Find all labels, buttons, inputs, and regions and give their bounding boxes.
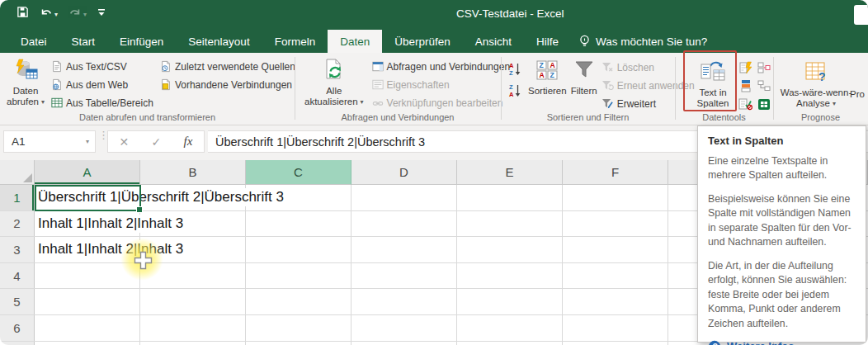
svg-text:?: ? — [712, 342, 717, 345]
blitzvorschau-button[interactable] — [738, 59, 754, 76]
save-icon[interactable] — [17, 6, 29, 18]
group-label: Datentools — [675, 112, 773, 122]
button-label: Aus Text/CSV — [66, 61, 127, 73]
get-data-icon — [13, 59, 38, 82]
title-bar: ▾ ▾ CSV-Testdatei - Excel — [0, 0, 868, 30]
row-header-1[interactable]: 1 — [0, 185, 35, 210]
button-label: aktualisieren — [304, 97, 358, 107]
weitere-infos-link[interactable]: ? Weitere Infos — [708, 340, 856, 345]
data-validation-icon — [738, 97, 753, 111]
properties-icon — [372, 79, 384, 90]
enter-icon[interactable]: ✓ — [152, 135, 162, 149]
zuletzt-verwendete-quellen-button[interactable]: Zuletzt verwendete Quellen — [160, 59, 295, 74]
table-icon — [51, 97, 63, 108]
group-label: Prognose — [773, 112, 868, 122]
tab-start[interactable]: Start — [59, 30, 108, 53]
was-waere-wenn-analyse-button[interactable]: ? Was-wäre-wenn- Analyse▾ — [773, 54, 859, 109]
button-label: Sortieren — [528, 86, 567, 97]
tab-daten[interactable]: Daten — [328, 30, 382, 53]
chevron-down-icon: ▾ — [86, 139, 89, 145]
column-header-b[interactable]: B — [140, 160, 246, 185]
aus-dem-web-button[interactable]: Aus dem Web — [51, 77, 153, 92]
row-header-2[interactable]: 2 — [0, 211, 35, 237]
column-header-c[interactable]: C — [246, 160, 351, 185]
group-prognose: ? Was-wäre-wenn- Analyse▾ Pro Prognose — [773, 53, 868, 125]
button-label: Analyse — [796, 98, 830, 109]
name-box-value: A1 — [12, 135, 26, 148]
abfragen-und-verbindungen-button[interactable]: Abfragen und Verbindungen — [372, 59, 510, 74]
excel-window: ▾ ▾ CSV-Testdatei - Excel Datei Start Ei… — [0, 0, 868, 345]
row-header-3[interactable]: 3 — [0, 237, 35, 262]
konsolidieren-button[interactable] — [756, 59, 772, 76]
datenmodell-verwalten-button[interactable] — [756, 96, 772, 112]
select-all-corner[interactable] — [0, 160, 35, 185]
text-file-icon — [51, 60, 63, 73]
beziehungen-button[interactable] — [756, 78, 772, 94]
formula-buttons: ✕ ✓ fx — [107, 130, 205, 153]
aus-tabelle-bereich-button[interactable]: Aus Tabelle/Bereich — [51, 95, 153, 111]
tab-ansicht[interactable]: Ansicht — [463, 30, 524, 53]
tab-ueberpruefen[interactable]: Überprüfen — [382, 30, 463, 53]
column-header-f[interactable]: F — [563, 160, 668, 185]
verknuepfungen-bearbeiten-button[interactable]: Verknüpfungen bearbeiten — [372, 95, 510, 111]
insert-function-button[interactable]: fx — [184, 135, 193, 149]
tab-datei[interactable]: Datei — [8, 30, 59, 53]
chevron-down-icon: ▾ — [54, 12, 58, 18]
remove-duplicates-icon — [740, 79, 752, 92]
eigenschaften-button[interactable]: Eigenschaften — [372, 77, 510, 92]
link-label: Weitere Infos — [727, 340, 794, 345]
aus-text-csv-button[interactable]: Aus Text/CSV — [51, 59, 153, 74]
undo-button[interactable]: ▾ — [40, 7, 58, 18]
button-label: Verknüpfungen bearbeiten — [387, 97, 503, 109]
tab-hilfe[interactable]: Hilfe — [524, 30, 571, 53]
button-label: Was-wäre-wenn- — [781, 87, 851, 98]
button-label: Erweitert — [617, 98, 656, 110]
edit-links-icon — [372, 97, 384, 108]
button-label: Vorhandene Verbindungen — [175, 79, 292, 91]
tab-seitenlayout[interactable]: Seitenlayout — [176, 30, 262, 53]
column-header-a[interactable]: A — [35, 160, 140, 185]
datenueberpruefung-button[interactable] — [738, 96, 754, 112]
svg-text:A: A — [539, 71, 544, 79]
data-model-icon — [757, 98, 771, 111]
button-label: Aus dem Web — [66, 79, 128, 91]
tooltip-paragraph: Eine einzelne Textspalte in mehrere Spal… — [708, 154, 856, 183]
cancel-icon[interactable]: ✕ — [120, 135, 130, 149]
row-header-6[interactable]: 6 — [0, 315, 35, 341]
column-header-e[interactable]: E — [457, 160, 563, 185]
column-header-d[interactable]: D — [351, 160, 457, 185]
cell-a3-text: Inhalt 1|Inhalt 2|Inhalt 3 — [38, 240, 189, 258]
row-header-5[interactable]: 5 — [0, 289, 35, 314]
name-box[interactable]: A1 ▾ — [3, 130, 96, 153]
duplikate-entfernen-button[interactable] — [738, 78, 754, 94]
tab-einfuegen[interactable]: Einfügen — [107, 30, 176, 53]
tooltip-paragraph: Die Art, in der die Aufteilung erfolgt, … — [708, 259, 856, 331]
help-icon: ? — [708, 340, 721, 345]
group-label: Sortieren und Filtern — [501, 112, 675, 122]
chevron-down-icon: ▾ — [41, 99, 45, 106]
button-label: Löschen — [617, 62, 654, 73]
filter-icon — [574, 60, 594, 80]
text-in-spalten-tooltip: Text in Spalten Eine einzelne Textspalte… — [697, 125, 866, 343]
tell-me-search[interactable]: Was möchten Sie tun? — [571, 30, 715, 53]
web-icon — [51, 78, 63, 91]
prognoseblatt-button-truncated[interactable]: Pro — [850, 89, 865, 99]
sort-za-icon: ZA — [508, 83, 521, 97]
sort-az-button[interactable]: AZ — [506, 60, 524, 77]
redo-icon — [68, 7, 82, 18]
customize-quick-access-button[interactable] — [97, 7, 106, 17]
svg-text:Z: Z — [509, 69, 513, 76]
row-header-4[interactable]: 4 — [0, 263, 35, 289]
sort-za-button[interactable]: ZA — [506, 82, 524, 98]
flash-fill-icon — [739, 61, 752, 74]
row-header-7[interactable]: 7 — [0, 342, 35, 345]
customize-quick-access-icon — [97, 7, 106, 17]
svg-text:A: A — [509, 90, 514, 97]
advanced-filter-icon — [601, 98, 614, 109]
redo-button[interactable]: ▾ — [68, 7, 87, 18]
button-label: Zuletzt verwendete Quellen — [175, 61, 295, 73]
sort-dialog-icon: ZAAZ — [536, 60, 559, 80]
button-label: Aus Tabelle/Bereich — [66, 97, 153, 109]
vorhandene-verbindungen-button[interactable]: Vorhandene Verbindungen — [160, 77, 295, 92]
tab-formeln[interactable]: Formeln — [262, 30, 328, 53]
